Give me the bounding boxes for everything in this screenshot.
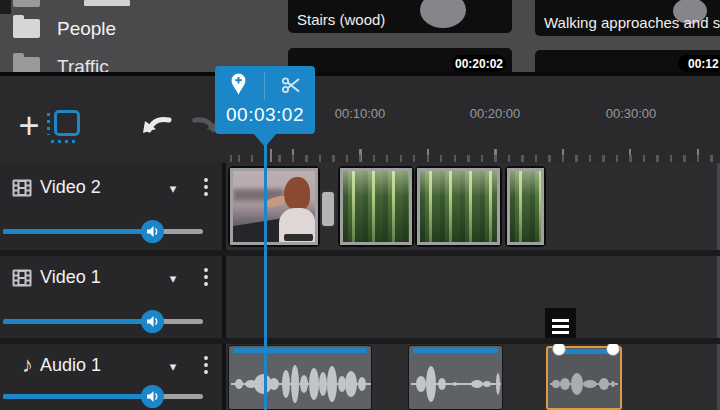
ruler-label: 00:30:00 [596, 106, 666, 121]
ruler-label: 00:10:00 [325, 106, 395, 121]
select-square [54, 110, 80, 136]
video-clip-forest[interactable] [338, 166, 414, 247]
chevron-down-icon[interactable]: ▾ [163, 359, 183, 374]
video-clip-forest[interactable] [505, 166, 546, 247]
undo-button[interactable] [142, 110, 178, 140]
duration-badge: 00:12 [678, 55, 720, 72]
video1-track-lane[interactable] [226, 256, 720, 338]
playhead-time: 00:03:02 [215, 104, 315, 126]
trim-handle-left[interactable] [552, 342, 566, 356]
track-gap [0, 338, 720, 344]
track-label: Video 1 [40, 267, 101, 288]
waveform-preview [420, 0, 466, 28]
volume-fill [3, 319, 153, 324]
volume-thumb[interactable] [141, 220, 164, 243]
select-dots [51, 140, 75, 143]
music-note-icon: ♪ [22, 352, 33, 378]
track-menu-button[interactable] [200, 356, 212, 374]
track-menu-button[interactable] [200, 268, 212, 286]
folder-label[interactable]: People [57, 18, 116, 40]
volume-thumb[interactable] [141, 310, 164, 333]
thumbnail-detail [284, 177, 310, 211]
clip-thumbnail [340, 168, 412, 245]
audio-clip-selected[interactable] [546, 346, 622, 410]
folder-label-cutoff [84, 0, 130, 6]
duration-badge: 00:20:02 [452, 55, 506, 72]
transition-handle[interactable] [320, 190, 336, 228]
clip-topbar [413, 348, 498, 353]
ruler-label: 00:20:00 [460, 106, 530, 121]
video-clip-woman[interactable] [228, 166, 320, 247]
track-gap [0, 250, 720, 256]
marker-divider [264, 72, 265, 100]
audio-clip-2[interactable] [408, 345, 503, 410]
sound-name: Walking approaches and sto [544, 14, 720, 31]
track-menu-button[interactable] [200, 178, 212, 196]
folder-open-icon [13, 19, 40, 38]
video-editor-screen: People Traffic Stairs (wood) Walking app… [0, 0, 720, 410]
sound-tile[interactable]: 00:20:02 [288, 48, 512, 72]
audio-waveform [550, 364, 618, 404]
clip-thumbnail [507, 168, 544, 245]
video-clip-forest[interactable] [415, 166, 502, 247]
sound-tile-walking[interactable]: Walking approaches and sto [535, 0, 720, 36]
location-pin-icon[interactable] [230, 72, 247, 96]
undo-icon [142, 110, 178, 140]
panel-corner [0, 0, 11, 14]
audio-clip-1[interactable] [228, 345, 372, 410]
playhead-pointer [253, 133, 277, 147]
folder-icon [13, 57, 40, 72]
track-header-column [0, 163, 222, 410]
speaker-icon [146, 390, 159, 403]
ruler-minor-ticks [226, 155, 720, 162]
audio-waveform [231, 360, 371, 408]
folder-icon [13, 0, 40, 7]
track-label: Audio 1 [40, 355, 101, 376]
clip-topbar [233, 348, 367, 353]
sound-name: Stairs (wood) [297, 11, 385, 28]
volume-thumb[interactable] [141, 385, 164, 408]
clip-topbar [558, 349, 612, 354]
trim-handle-right[interactable] [606, 342, 620, 356]
playhead-marker[interactable]: 00:03:02 [215, 66, 315, 134]
folder-label[interactable]: Traffic [57, 56, 109, 72]
volume-fill [3, 394, 153, 399]
select-dots [47, 113, 50, 135]
sound-tile-stairs[interactable]: Stairs (wood) [288, 0, 512, 33]
chevron-down-icon[interactable]: ▾ [163, 181, 183, 196]
scissors-icon[interactable] [281, 74, 301, 94]
clip-thumbnail [230, 168, 318, 245]
sound-tile[interactable]: 00:12 [535, 50, 720, 72]
track-label: Video 2 [40, 177, 101, 198]
media-library-panel: People Traffic Stairs (wood) Walking app… [0, 0, 720, 72]
clip-thumbnail [417, 168, 500, 245]
thumbnail-detail [284, 234, 314, 241]
film-icon [12, 179, 32, 197]
canvas-select-icon[interactable] [46, 108, 82, 144]
chevron-down-icon[interactable]: ▾ [163, 271, 183, 286]
add-button[interactable]: + [12, 104, 46, 148]
speaker-icon [146, 315, 159, 328]
speaker-icon [146, 225, 159, 238]
header-content-divider [222, 163, 226, 410]
film-icon [12, 269, 32, 287]
audio-waveform [411, 360, 501, 408]
volume-fill [3, 229, 153, 234]
panel-divider [0, 72, 720, 76]
playhead-line[interactable] [264, 134, 267, 410]
